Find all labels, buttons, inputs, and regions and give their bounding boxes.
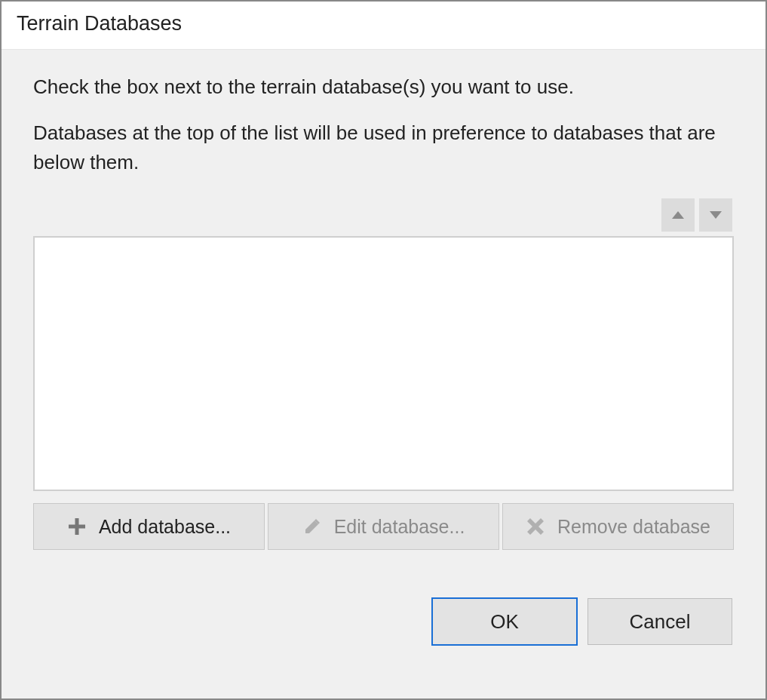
action-buttons: Add database... Edit database... Remo xyxy=(33,503,734,550)
dialog-window: Terrain Databases Check the box next to … xyxy=(0,0,767,700)
move-down-button[interactable] xyxy=(699,198,732,232)
remove-database-label: Remove database xyxy=(557,516,710,538)
dialog-footer: OK Cancel xyxy=(33,598,734,645)
move-up-button[interactable] xyxy=(661,198,695,232)
pencil-icon xyxy=(302,517,322,536)
cancel-button[interactable]: Cancel xyxy=(588,598,732,645)
add-database-button[interactable]: Add database... xyxy=(33,503,265,550)
edit-database-label: Edit database... xyxy=(334,516,465,538)
plus-icon xyxy=(67,517,87,536)
svg-marker-1 xyxy=(710,211,722,219)
remove-database-button[interactable]: Remove database xyxy=(502,503,734,550)
add-database-label: Add database... xyxy=(99,516,231,538)
ok-button[interactable]: OK xyxy=(432,598,577,645)
triangle-up-icon xyxy=(672,211,684,219)
svg-marker-4 xyxy=(305,520,318,533)
dialog-title: Terrain Databases xyxy=(2,2,765,50)
instruction-line-2: Databases at the top of the list will be… xyxy=(33,118,734,177)
triangle-down-icon xyxy=(710,211,722,219)
svg-rect-3 xyxy=(69,525,85,529)
instruction-line-1: Check the box next to the terrain databa… xyxy=(33,72,734,102)
svg-marker-6 xyxy=(527,518,544,535)
x-icon xyxy=(526,517,545,536)
svg-marker-0 xyxy=(672,211,684,219)
dialog-content: Check the box next to the terrain databa… xyxy=(2,50,765,698)
instructions: Check the box next to the terrain databa… xyxy=(33,72,734,194)
edit-database-button[interactable]: Edit database... xyxy=(268,503,499,550)
reorder-controls xyxy=(33,198,734,232)
database-list[interactable] xyxy=(33,236,734,491)
